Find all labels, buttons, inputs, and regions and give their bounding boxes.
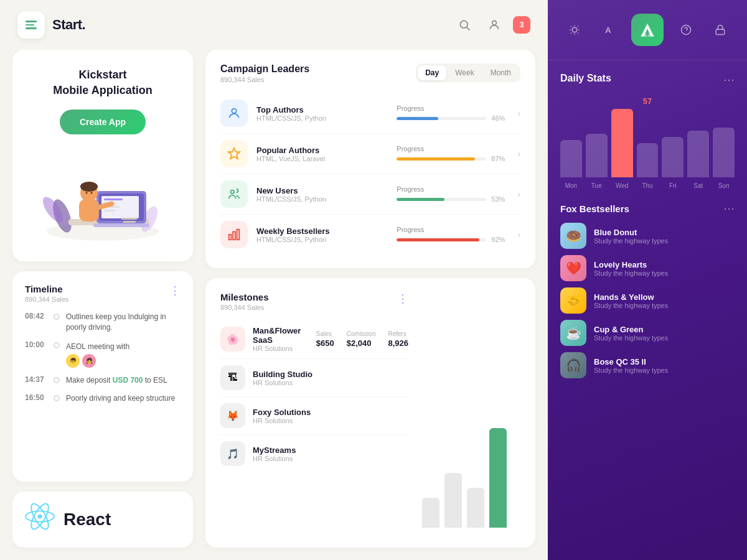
progress-section: Progress 92% (397, 226, 509, 243)
react-label: React (63, 510, 111, 530)
timeline-text: Outlines keep you Indulging in poorly dr… (66, 312, 181, 333)
panel-content: Daily Stats ⋯ 57 Mon Tue Wed Thu Fri Sat… (548, 60, 747, 560)
right-panel: A Daily Stats ⋯ 57 (548, 0, 747, 560)
row-arrow-icon[interactable]: › (517, 149, 520, 159)
user-icon[interactable] (483, 14, 505, 36)
svg-line-38 (578, 33, 578, 34)
timeline-item: 16:50 Poorly driving and keep structure (25, 393, 181, 404)
row-arrow-icon[interactable]: › (517, 189, 520, 199)
chart-bar (444, 473, 462, 528)
create-app-button[interactable]: Create App (60, 110, 146, 134)
progress-bar-wrap: 87% (397, 155, 509, 162)
fox-info: Blue Donut Study the highway types (594, 228, 735, 245)
tab-day[interactable]: Day (418, 65, 446, 80)
milestone-row-manflower: 🌸 Man&Flower SaaS HR Solutions Sales $65… (220, 320, 408, 359)
milestone-info: MyStreams HR Solutions (253, 446, 408, 462)
author-row-new-users: New Users HTML/CSS/JS, Python Progress 5… (220, 174, 520, 215)
svg-marker-29 (228, 148, 240, 159)
svg-rect-11 (104, 198, 123, 200)
author-row-weekly-bestsellers: Weekly Bestsellers HTML/CSS/JS, Python P… (220, 215, 520, 254)
author-row-top-authors: Top Authors HTML/CSS/JS, Python Progress… (220, 93, 520, 134)
author-info: Popular Authors HTML, VueJS, Laravel (256, 146, 388, 162)
fox-options-icon[interactable]: ⋯ (723, 202, 735, 215)
logo-icon (26, 21, 37, 29)
timeline-item: 08:42 Outlines keep you Indulging in poo… (25, 312, 181, 333)
svg-rect-16 (79, 199, 99, 222)
daily-stats-options-icon[interactable]: ⋯ (723, 73, 735, 86)
timeline-options-icon[interactable]: ⋮ (169, 284, 181, 297)
author-icon (220, 100, 248, 127)
stat-value: $2,040 (347, 338, 376, 348)
header: Start. 3 (0, 0, 548, 50)
progress-pct: 53% (491, 195, 509, 203)
author-tags: HTML/CSS/JS, Python (256, 195, 388, 203)
stat-label: Comission (347, 330, 376, 337)
progress-pct: 46% (491, 114, 509, 122)
milestones-options-icon[interactable]: ⋮ (397, 292, 408, 306)
milestones-title: Milestones (220, 292, 269, 302)
avatar: 👦 (66, 354, 80, 368)
svg-point-19 (86, 192, 88, 194)
day-label-tue: Tue (586, 182, 608, 189)
row-arrow-icon[interactable]: › (517, 108, 520, 118)
day-label-fri: Fri (662, 182, 684, 189)
campaign-header: Campaign Leaders 890,344 Sales Day Week … (220, 63, 520, 83)
fox-item-lovely-hearts: ❤️ Lovely Hearts Study the highway types (560, 255, 735, 281)
search-icon[interactable] (453, 14, 476, 36)
svg-rect-32 (233, 231, 235, 240)
progress-section: Progress 46% (397, 105, 509, 122)
svg-rect-22 (121, 218, 137, 220)
svg-text:A: A (605, 26, 611, 35)
milestone-stats: Sales $650 Comission $2,040 Refers 8,926 (316, 330, 408, 348)
nav-icon-question[interactable] (674, 18, 698, 42)
chart-peak-label: 57 (643, 96, 652, 106)
milestone-name: Foxy Solutions (253, 408, 408, 417)
svg-point-30 (231, 190, 235, 194)
svg-rect-33 (237, 230, 240, 240)
tab-week[interactable]: Week (448, 65, 481, 80)
svg-point-28 (232, 109, 236, 113)
notification-badge[interactable]: 3 (513, 16, 530, 34)
nav-icon-lightbulb[interactable] (563, 18, 586, 42)
fox-item-sub: Study the highway types (594, 302, 735, 309)
svg-rect-14 (104, 210, 115, 212)
react-badge: React (12, 492, 193, 548)
day-label-thu: Thu (637, 182, 659, 189)
milestone-row-mystreams: 🎵 MyStreams HR Solutions (220, 435, 408, 472)
nav-icon-fox-active[interactable] (631, 14, 664, 46)
svg-point-20 (91, 192, 93, 194)
day-labels: Mon Tue Wed Thu Fri Sat Sun (560, 182, 735, 189)
nav-icon-lock[interactable] (708, 18, 732, 42)
timeline-time: 08:42 (25, 312, 47, 320)
progress-bar-fill (397, 198, 444, 201)
kickstart-illustration (25, 144, 181, 244)
progress-section: Progress 87% (397, 145, 509, 162)
progress-bar-bg (397, 238, 486, 241)
svg-line-1 (467, 27, 470, 30)
chart-bar-thu (637, 143, 659, 177)
chart-bar-mon (560, 140, 582, 177)
author-row-popular-authors: Popular Authors HTML, VueJS, Laravel Pro… (220, 134, 520, 174)
day-label-sun: Sun (713, 182, 735, 189)
nav-icon-a[interactable]: A (597, 18, 621, 42)
app-title: Start. (52, 17, 85, 33)
milestones-header: Milestones 890,344 Sales ⋮ (220, 292, 408, 311)
row-arrow-icon[interactable]: › (517, 230, 520, 240)
timeline-subtitle: 890,344 Sales (25, 296, 68, 303)
progress-label: Progress (397, 145, 509, 152)
milestone-icon: 🏗 (220, 365, 245, 390)
milestone-info: Foxy Solutions HR Solutions (253, 408, 408, 424)
tab-group: Day Week Month (416, 63, 520, 82)
stat-refers: Refers 8,926 (388, 330, 408, 348)
milestone-row-building-studio: 🏗 Building Studio HR Solutions (220, 359, 408, 397)
progress-label: Progress (397, 185, 509, 193)
progress-bar-bg (397, 157, 486, 161)
svg-point-2 (492, 21, 497, 25)
timeline-title: Timeline (25, 284, 68, 294)
progress-bar-wrap: 46% (397, 114, 509, 122)
daily-stats-title: Daily Stats (560, 73, 611, 84)
progress-pct: 92% (491, 236, 509, 243)
author-info: New Users HTML/CSS/JS, Python (256, 186, 388, 203)
tab-month[interactable]: Month (483, 65, 519, 80)
chart-bar (467, 488, 484, 528)
